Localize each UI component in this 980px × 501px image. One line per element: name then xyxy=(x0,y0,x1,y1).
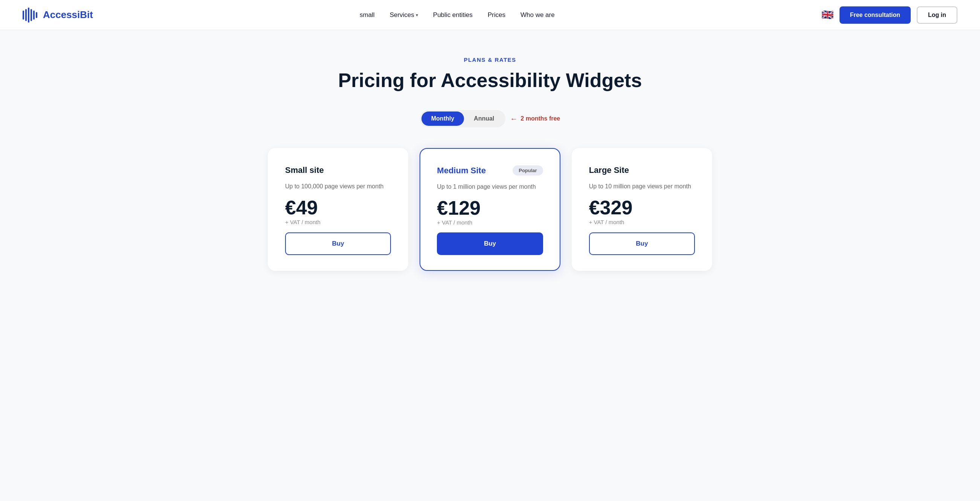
pricing-grid: Small site Up to 100,000 page views per … xyxy=(268,148,712,271)
price-period-small: + VAT / month xyxy=(285,219,391,225)
billing-toggle-pill: Monthly Annual xyxy=(420,110,506,127)
svg-rect-5 xyxy=(36,12,37,18)
section-label: PLANS & RATES xyxy=(268,57,712,63)
price-amount-medium: €129 xyxy=(437,198,543,218)
buy-button-small[interactable]: Buy xyxy=(285,232,391,255)
card-description-medium: Up to 1 million page views per month xyxy=(437,182,543,191)
monthly-toggle-button[interactable]: Monthly xyxy=(422,111,464,126)
card-header-large: Large Site xyxy=(589,165,695,175)
language-flag-icon[interactable]: 🇬🇧 xyxy=(821,9,834,21)
svg-rect-4 xyxy=(33,11,35,19)
card-description-small: Up to 100,000 page views per month xyxy=(285,182,391,191)
svg-rect-0 xyxy=(22,11,24,19)
svg-rect-3 xyxy=(30,9,32,21)
nav-item-prices[interactable]: Prices xyxy=(488,11,506,19)
card-price-large: €329 + VAT / month xyxy=(589,198,695,225)
billing-toggle: Monthly Annual ← 2 months free xyxy=(268,110,712,127)
card-price-small: €49 + VAT / month xyxy=(285,198,391,225)
popular-badge: Popular xyxy=(512,165,543,175)
pricing-card-medium: Medium Site Popular Up to 1 million page… xyxy=(420,148,560,271)
card-header-small: Small site xyxy=(285,165,391,175)
card-price-medium: €129 + VAT / month xyxy=(437,198,543,226)
buy-button-large[interactable]: Buy xyxy=(589,232,695,255)
nav-menu: small Services ▾ Public entities Prices … xyxy=(360,11,555,19)
card-title-small: Small site xyxy=(285,165,324,175)
logo-text: AccessiBit xyxy=(43,9,93,21)
svg-rect-1 xyxy=(25,9,27,21)
price-period-large: + VAT / month xyxy=(589,219,695,225)
free-consultation-button[interactable]: Free consultation xyxy=(840,6,911,24)
pricing-card-large: Large Site Up to 10 million page views p… xyxy=(572,148,712,271)
card-header-medium: Medium Site Popular xyxy=(437,165,543,175)
chevron-down-icon: ▾ xyxy=(416,13,418,18)
card-title-large: Large Site xyxy=(589,165,629,175)
price-period-medium: + VAT / month xyxy=(437,219,543,226)
pricing-card-small: Small site Up to 100,000 page views per … xyxy=(268,148,408,271)
price-amount-large: €329 xyxy=(589,198,695,217)
navbar-actions: 🇬🇧 Free consultation Log in xyxy=(821,6,958,24)
svg-rect-2 xyxy=(28,8,29,22)
nav-item-who-we-are[interactable]: Who we are xyxy=(520,11,555,19)
login-button[interactable]: Log in xyxy=(917,6,958,24)
annual-toggle-button[interactable]: Annual xyxy=(464,111,504,126)
nav-item-public-entities[interactable]: Public entities xyxy=(433,11,473,19)
main-content: PLANS & RATES Pricing for Accessibility … xyxy=(245,30,735,309)
logo-icon xyxy=(22,8,39,22)
nav-item-accessibility[interactable]: small xyxy=(360,11,375,19)
arrow-left-icon: ← xyxy=(510,115,517,123)
promo-label: ← 2 months free xyxy=(510,115,560,123)
navbar: AccessiBit small Services ▾ Public entit… xyxy=(0,0,980,30)
card-description-large: Up to 10 million page views per month xyxy=(589,182,695,191)
logo[interactable]: AccessiBit xyxy=(22,8,93,22)
card-title-medium: Medium Site xyxy=(437,166,486,175)
buy-button-medium[interactable]: Buy xyxy=(437,232,543,255)
section-title: Pricing for Accessibility Widgets xyxy=(268,70,712,91)
price-amount-small: €49 xyxy=(285,198,391,217)
nav-item-services[interactable]: Services ▾ xyxy=(390,11,418,19)
